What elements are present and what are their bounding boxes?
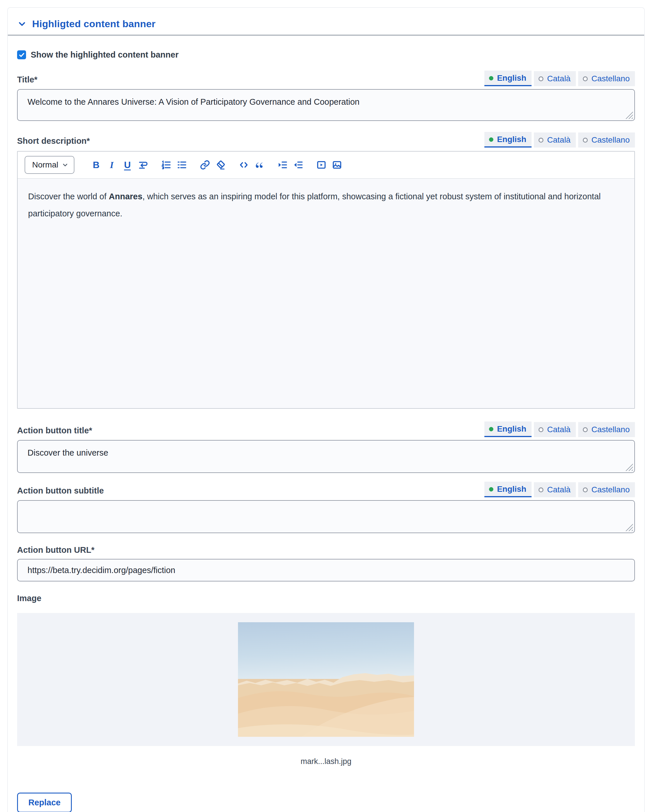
inactive-language-circle-icon bbox=[539, 487, 543, 492]
ordered-list-icon bbox=[161, 160, 171, 170]
paragraph-style-select[interactable]: Normal bbox=[24, 156, 74, 174]
photo-dunes bbox=[238, 670, 414, 737]
show-banner-checkbox[interactable] bbox=[17, 50, 26, 59]
language-tabs-action-title: English Català Castellano bbox=[484, 421, 635, 437]
chevron-down-icon bbox=[62, 162, 69, 168]
inactive-language-circle-icon bbox=[539, 76, 543, 81]
action-button-subtitle-label: Action button subtitle bbox=[17, 486, 104, 497]
banner-image-preview bbox=[238, 622, 414, 737]
language-tab-catala[interactable]: Català bbox=[534, 71, 576, 86]
video-icon bbox=[316, 160, 327, 170]
active-language-dot-icon bbox=[489, 137, 493, 142]
language-tab-label: Català bbox=[547, 485, 571, 495]
hard-break-button[interactable] bbox=[137, 159, 149, 171]
bold-text: Annares bbox=[109, 192, 142, 201]
link-button[interactable] bbox=[199, 159, 211, 171]
italic-button[interactable]: I bbox=[106, 159, 118, 171]
language-tab-english[interactable]: English bbox=[484, 132, 531, 148]
action-button-url-input[interactable] bbox=[17, 559, 635, 582]
language-tab-label: Català bbox=[547, 425, 571, 434]
inactive-language-circle-icon bbox=[583, 487, 588, 492]
language-tab-english[interactable]: English bbox=[484, 482, 531, 497]
blockquote-button[interactable] bbox=[253, 159, 266, 171]
bullet-list-button[interactable] bbox=[176, 159, 188, 171]
section-title: Highligted content banner bbox=[32, 18, 156, 29]
language-tab-label: English bbox=[497, 424, 526, 433]
ordered-list-button[interactable] bbox=[160, 159, 173, 171]
inactive-language-circle-icon bbox=[583, 76, 588, 81]
outdent-button[interactable] bbox=[292, 159, 305, 171]
editor-paragraph: Discover the world of Annares, which ser… bbox=[28, 188, 624, 223]
indent-icon bbox=[277, 160, 288, 170]
active-language-dot-icon bbox=[489, 76, 493, 81]
image-preview-box bbox=[17, 613, 635, 746]
language-tab-catala[interactable]: Català bbox=[534, 482, 576, 497]
language-tab-castellano[interactable]: Castellano bbox=[578, 422, 635, 437]
image-icon bbox=[332, 160, 342, 170]
language-tab-label: English bbox=[497, 485, 526, 494]
language-tab-english[interactable]: English bbox=[484, 421, 531, 437]
image-label: Image bbox=[17, 594, 635, 603]
language-tabs-title: English Català Castellano bbox=[484, 70, 635, 86]
inactive-language-circle-icon bbox=[583, 138, 588, 143]
paragraph-style-value: Normal bbox=[32, 160, 58, 169]
rich-text-editor: Normal B I U bbox=[17, 151, 635, 409]
action-button-subtitle-textarea[interactable] bbox=[17, 500, 635, 533]
action-button-title-textarea[interactable]: Discover the universe bbox=[17, 440, 635, 473]
insert-image-button[interactable] bbox=[331, 159, 343, 171]
bold-icon: B bbox=[93, 160, 99, 170]
language-tab-catala[interactable]: Català bbox=[534, 422, 576, 437]
indent-button[interactable] bbox=[276, 159, 289, 171]
underline-button[interactable]: U bbox=[121, 159, 134, 171]
inactive-language-circle-icon bbox=[539, 138, 543, 143]
inactive-language-circle-icon bbox=[583, 427, 588, 432]
language-tabs-short-description: English Català Castellano bbox=[484, 132, 635, 148]
title-label: Title* bbox=[17, 75, 37, 86]
code-icon bbox=[239, 160, 249, 170]
language-tab-castellano[interactable]: Castellano bbox=[578, 482, 635, 497]
link-icon bbox=[200, 160, 210, 170]
show-banner-label: Show the highlighted content banner bbox=[31, 50, 179, 60]
language-tab-label: Castellano bbox=[591, 74, 630, 83]
action-button-url-label: Action button URL* bbox=[17, 545, 635, 555]
language-tabs-action-subtitle: English Català Castellano bbox=[484, 482, 635, 497]
section-divider bbox=[8, 35, 644, 35]
language-tab-label: Català bbox=[547, 74, 571, 83]
language-tab-label: English bbox=[497, 135, 526, 144]
blockquote-icon bbox=[254, 160, 265, 170]
hard-break-icon bbox=[138, 160, 148, 170]
video-embed-button[interactable] bbox=[315, 159, 328, 171]
image-filename: mark...lash.jpg bbox=[17, 757, 635, 766]
replace-image-button[interactable]: Replace bbox=[17, 793, 72, 812]
highlighted-content-banner-panel: Highligted content banner Show the highl… bbox=[7, 7, 645, 812]
language-tab-label: Castellano bbox=[591, 425, 630, 434]
code-button[interactable] bbox=[237, 159, 250, 171]
language-tab-label: Castellano bbox=[591, 485, 630, 495]
italic-icon: I bbox=[110, 160, 113, 170]
action-button-title-label: Action button title* bbox=[17, 426, 92, 437]
title-textarea[interactable]: Welcome to the Annares Universe: A Visio… bbox=[17, 89, 635, 121]
inactive-language-circle-icon bbox=[539, 427, 543, 432]
language-tab-castellano[interactable]: Castellano bbox=[578, 133, 635, 148]
erase-format-icon bbox=[216, 160, 226, 170]
show-banner-checkbox-row: Show the highlighted content banner bbox=[17, 50, 635, 60]
short-description-label: Short description* bbox=[17, 136, 90, 148]
language-tab-castellano[interactable]: Castellano bbox=[578, 71, 635, 86]
language-tab-english[interactable]: English bbox=[484, 70, 531, 86]
bullet-list-icon bbox=[177, 160, 187, 170]
outdent-icon bbox=[293, 160, 303, 170]
editor-content-area[interactable]: Discover the world of Annares, which ser… bbox=[18, 179, 634, 408]
erase-format-button[interactable] bbox=[214, 159, 227, 171]
active-language-dot-icon bbox=[489, 487, 493, 491]
active-language-dot-icon bbox=[489, 427, 493, 431]
editor-toolbar: Normal B I U bbox=[18, 151, 634, 179]
underline-icon: U bbox=[124, 160, 130, 170]
language-tab-catala[interactable]: Català bbox=[534, 133, 576, 148]
chevron-down-icon bbox=[17, 19, 27, 29]
section-header-toggle[interactable]: Highligted content banner bbox=[17, 18, 635, 29]
language-tab-label: English bbox=[497, 73, 526, 83]
language-tab-label: Català bbox=[547, 135, 571, 145]
language-tab-label: Castellano bbox=[591, 135, 630, 145]
bold-button[interactable]: B bbox=[90, 159, 103, 171]
